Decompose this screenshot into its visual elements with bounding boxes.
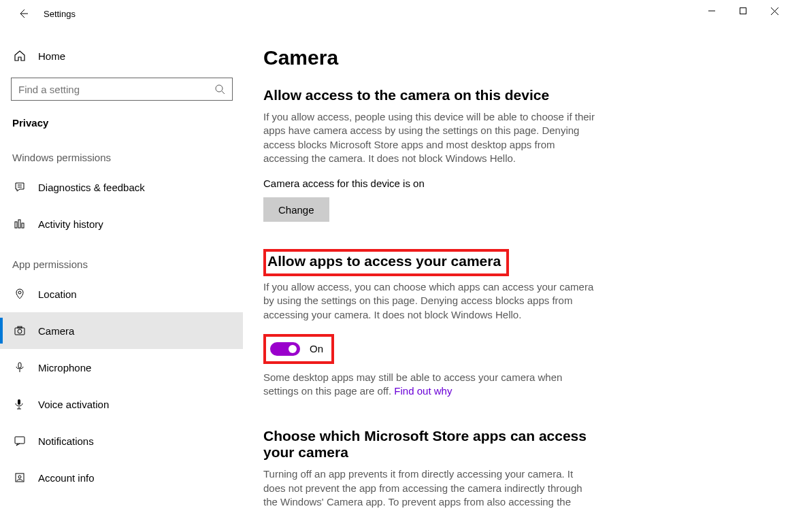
section1-desc: If you allow access, people using this d…	[263, 110, 597, 165]
nav-label: Notifications	[38, 435, 94, 447]
nav-notifications[interactable]: Notifications	[0, 422, 243, 459]
search-input[interactable]	[11, 78, 233, 101]
home-icon	[12, 50, 27, 62]
nav-label: Voice activation	[38, 399, 109, 410]
privacy-heading: Privacy	[0, 107, 243, 135]
nav-label: Diagnostics & feedback	[38, 182, 145, 193]
svg-rect-14	[18, 327, 22, 328]
svg-rect-1	[740, 8, 746, 14]
nav-diagnostics-feedback[interactable]: Diagnostics & feedback	[0, 169, 243, 205]
voice-icon	[12, 398, 27, 410]
search-field[interactable]	[18, 84, 214, 95]
maximize-button[interactable]	[727, 0, 759, 22]
minimize-button[interactable]	[696, 0, 727, 22]
section1-title: Allow access to the camera on this devic…	[263, 87, 770, 103]
nav-camera[interactable]: Camera	[0, 312, 243, 349]
window-controls	[696, 0, 790, 22]
group-app-permissions: App permissions	[0, 242, 243, 276]
search-icon	[214, 84, 225, 95]
nav-voice-activation[interactable]: Voice activation	[0, 386, 243, 422]
camera-icon	[12, 325, 27, 337]
notifications-icon	[12, 435, 27, 447]
camera-access-status: Camera access for this device is on	[263, 178, 770, 189]
main-content: Camera Allow access to the camera on thi…	[243, 27, 790, 532]
microphone-icon	[12, 361, 27, 373]
svg-rect-15	[18, 363, 21, 368]
section3-title: Choose which Microsoft Store apps can ac…	[263, 428, 597, 461]
section2-note: Some desktop apps may still be able to a…	[263, 371, 597, 399]
section2-desc: If you allow access, you can choose whic…	[263, 280, 597, 322]
change-button[interactable]: Change	[263, 197, 329, 222]
nav-activity-history[interactable]: Activity history	[0, 205, 243, 242]
section2-title: Allow apps to access your camera	[267, 253, 501, 269]
svg-rect-8	[15, 222, 17, 228]
location-icon	[12, 288, 27, 300]
nav-label: Activity history	[38, 218, 103, 230]
page-title: Camera	[263, 46, 770, 69]
svg-point-11	[18, 291, 21, 294]
svg-rect-17	[18, 399, 20, 405]
section3-desc: Turning off an app prevents it from dire…	[263, 467, 597, 509]
svg-point-13	[18, 329, 22, 333]
feedback-icon	[12, 181, 27, 193]
toggle-state-label: On	[310, 343, 323, 354]
nav-label: Microphone	[38, 362, 91, 373]
highlight-toggle: On	[263, 334, 334, 364]
find-out-why-link[interactable]: Find out why	[394, 385, 452, 397]
svg-rect-20	[15, 437, 24, 444]
svg-point-22	[18, 476, 21, 478]
nav-microphone[interactable]: Microphone	[0, 349, 243, 386]
titlebar: Settings	[0, 0, 790, 27]
nav-location[interactable]: Location	[0, 276, 243, 312]
account-icon	[12, 471, 27, 484]
svg-line-5	[222, 91, 225, 94]
sidebar: Home Privacy Windows permissions Diagnos…	[0, 27, 243, 532]
close-button[interactable]	[759, 0, 790, 22]
highlight-section2-title: Allow apps to access your camera	[263, 249, 509, 276]
nav-home-label: Home	[38, 50, 65, 62]
nav-label: Location	[38, 288, 77, 300]
nav-home[interactable]: Home	[0, 42, 243, 69]
window-title: Settings	[44, 9, 76, 19]
svg-rect-9	[18, 220, 20, 228]
nav-label: Camera	[38, 325, 74, 337]
allow-apps-toggle[interactable]	[270, 342, 300, 356]
nav-label: Account info	[38, 472, 95, 484]
back-button[interactable]	[15, 5, 31, 22]
nav-account-info[interactable]: Account info	[0, 459, 243, 496]
svg-rect-10	[22, 223, 24, 228]
svg-point-4	[216, 85, 223, 92]
group-windows-permissions: Windows permissions	[0, 135, 243, 169]
history-icon	[12, 218, 27, 230]
